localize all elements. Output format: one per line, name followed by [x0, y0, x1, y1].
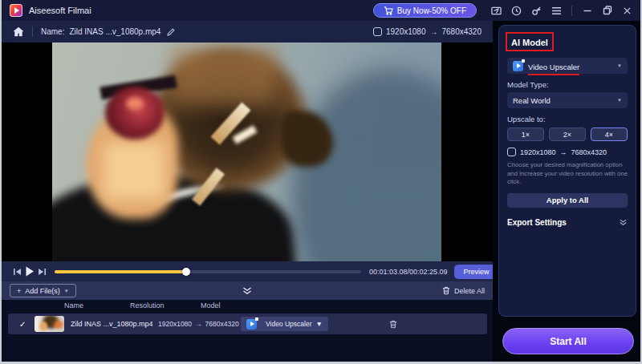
trash-icon — [442, 286, 450, 295]
previous-frame-button[interactable] — [13, 265, 22, 278]
model-type-label: Model Type: — [507, 80, 628, 89]
delete-all-label: Delete All — [454, 287, 485, 295]
edit-name-icon[interactable] — [166, 27, 176, 37]
panel-res-to: 7680x4320 — [571, 148, 607, 156]
home-icon[interactable] — [13, 26, 24, 37]
ai-model-card: AI Model Video Upscaler ▼ Model Type: Re… — [498, 25, 636, 317]
row-checkmark[interactable]: ✓ — [19, 320, 26, 329]
ai-model-annotation-box: AI Model — [506, 32, 554, 51]
resolution-from: 1920x1080 — [386, 27, 426, 36]
row-model-dropdown[interactable]: Video Upscaler ▼ — [241, 317, 328, 331]
row-delete-button[interactable] — [389, 320, 397, 329]
start-all-label: Start All — [550, 336, 587, 347]
play-button[interactable] — [25, 265, 35, 278]
resolution-icon — [373, 27, 382, 36]
history-button[interactable] — [510, 5, 522, 17]
caret-down-icon: ▼ — [617, 63, 622, 68]
video-art — [126, 97, 144, 110]
model-type-value: Real World — [513, 96, 551, 105]
progress-slider[interactable] — [55, 270, 361, 273]
resolution-icon — [507, 148, 516, 156]
row-resolution: 1920x1080 → 7680x4320 — [158, 320, 239, 328]
restore-button[interactable] — [601, 5, 613, 17]
export-settings-label: Export Settings — [507, 218, 567, 227]
name-bar: Name: Zild INAS ...v_1080p.mp4 1920x1080… — [2, 21, 493, 42]
register-button[interactable] — [530, 5, 542, 17]
playback-controls: 00:01:03.08/00:02:25.09 Preview — [2, 261, 493, 281]
close-button[interactable] — [621, 5, 633, 17]
model-type-dropdown[interactable]: Real World ▼ — [507, 92, 628, 108]
key-icon — [531, 6, 542, 16]
panel-res-arrow: → — [560, 148, 567, 156]
caret-down-icon: ▼ — [617, 98, 622, 103]
row-file-name: Zild INAS ...v_1080p.mp4 — [71, 320, 153, 328]
col-header-resolution: Resolution — [130, 301, 165, 309]
hamburger-menu-icon — [551, 6, 562, 15]
app-logo-icon — [10, 4, 22, 17]
scale-4x-button[interactable]: 4× — [591, 127, 628, 141]
video-art — [104, 143, 165, 199]
minimize-icon — [583, 6, 592, 15]
col-header-name: Name — [64, 301, 83, 309]
feedback-icon — [491, 6, 502, 16]
export-settings-toggle[interactable]: Export Settings — [507, 218, 628, 227]
chevron-double-down-icon — [619, 219, 628, 226]
feedback-button[interactable] — [490, 5, 502, 17]
table-row[interactable]: ✓ Zild INAS ...v_1080p.mp4 1920x1080 → 7… — [8, 313, 487, 334]
caret-down-icon: ▼ — [64, 289, 69, 293]
panel-resolution: 1920x1080 → 7680x4320 — [507, 148, 628, 156]
buy-now-label: Buy Now-50% OFF — [397, 6, 466, 15]
resolution-arrow: → — [430, 27, 438, 36]
apply-to-all-button[interactable]: Apply to All — [507, 193, 628, 208]
app-title: Aiseesoft Filmai — [29, 6, 91, 15]
time-display: 00:01:03.08/00:02:25.09 — [369, 268, 448, 276]
video-upscaler-icon — [513, 61, 523, 71]
settings-panel: AI Model Video Upscaler ▼ Model Type: Re… — [493, 21, 642, 362]
table-header: Name Resolution Model — [2, 300, 493, 313]
add-files-button[interactable]: + Add File(s) ▼ — [10, 284, 76, 297]
collapse-list-button[interactable] — [242, 287, 253, 295]
video-upscaler-icon — [246, 319, 257, 330]
trash-icon — [389, 320, 397, 329]
delete-all-button[interactable]: Delete All — [442, 286, 485, 295]
row-model-label: Video Upscaler — [266, 320, 312, 328]
ai-model-value: Video Upscaler — [528, 63, 579, 71]
ai-model-title: AI Model — [511, 38, 548, 47]
close-icon — [623, 6, 632, 15]
upscale-description: Choose your desired magnification option… — [507, 161, 628, 187]
col-header-model: Model — [201, 301, 221, 309]
video-player — [2, 42, 493, 261]
scale-options: 1× 2× 4× — [507, 127, 628, 141]
scale-1x-button[interactable]: 1× — [507, 127, 544, 141]
ai-model-dropdown[interactable]: Video Upscaler ▼ — [507, 58, 628, 74]
video-upscaler-annotation-underline — [528, 74, 579, 75]
row-res-arrow: → — [195, 320, 202, 328]
cart-icon — [384, 6, 393, 15]
start-all-button[interactable]: Start All — [502, 328, 634, 354]
title-bar: Aiseesoft Filmai Buy Now-50% OFF — [0, 0, 642, 21]
next-frame-button[interactable] — [38, 265, 47, 278]
panel-res-from: 1920x1080 — [520, 148, 556, 156]
video-art — [173, 49, 277, 105]
row-thumbnail — [35, 316, 64, 332]
caret-down-icon: ▼ — [316, 320, 323, 328]
file-name: Zild INAS ...v_1080p.mp4 — [69, 27, 160, 36]
video-frame[interactable] — [52, 42, 441, 261]
scale-2x-button[interactable]: 2× — [549, 127, 586, 141]
progress-handle[interactable] — [182, 268, 190, 276]
upscale-to-label: Upscale to: — [507, 115, 628, 123]
menu-button[interactable] — [551, 5, 563, 17]
row-res-from: 1920x1080 — [158, 320, 192, 328]
restore-icon — [603, 6, 612, 15]
minimize-button[interactable] — [581, 5, 593, 17]
resolution-to: 7680x4320 — [442, 27, 482, 36]
progress-fill — [55, 270, 186, 273]
name-label: Name: — [41, 27, 64, 36]
video-art — [105, 87, 165, 140]
buy-now-button[interactable]: Buy Now-50% OFF — [373, 3, 477, 18]
video-art — [325, 163, 441, 261]
row-res-to: 7680x4320 — [205, 320, 239, 328]
history-icon — [511, 6, 522, 16]
titlebar-separator — [571, 6, 572, 16]
plus-icon: + — [17, 287, 21, 295]
